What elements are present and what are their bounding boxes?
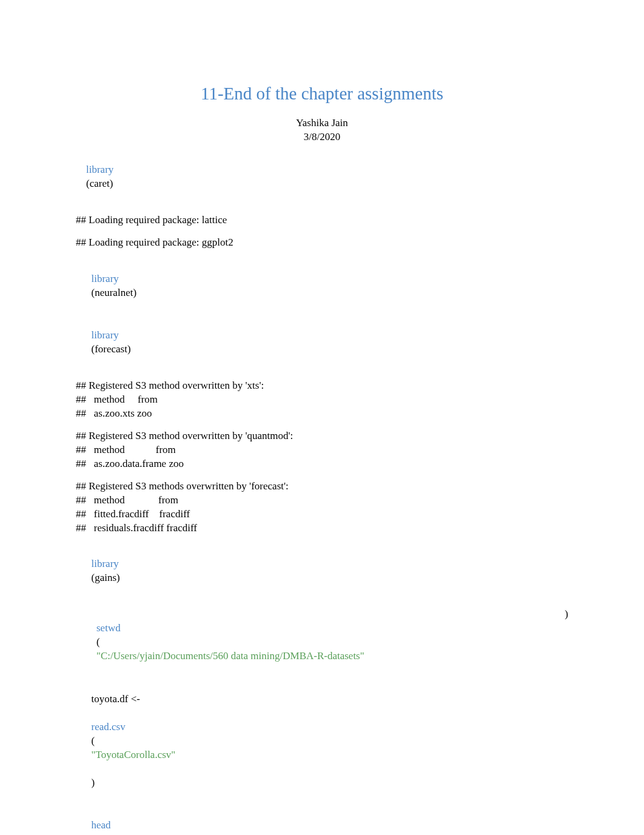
output-block: ## Registered S3 method overwritten by '…: [76, 379, 568, 421]
code-line: library (gains): [76, 544, 568, 600]
pkg-gains: (gains): [92, 572, 120, 583]
author-name: Yashika Jain: [76, 116, 568, 130]
output-block: ## Loading required package: lattice: [76, 213, 568, 227]
output-line: ## method from: [76, 393, 568, 407]
code-line: library (forecast): [76, 315, 568, 371]
fn-readcsv: read.csv: [92, 721, 126, 733]
paren-open: (: [96, 636, 100, 648]
document-page: 11-End of the chapter assignments Yashik…: [0, 0, 644, 835]
output-line: ## Loading required package: ggplot2: [76, 236, 568, 250]
output-line: ## fitted.fracdiff fracdiff: [76, 508, 568, 521]
pkg-forecast: (forecast): [92, 343, 131, 355]
string-file: "ToyotaCorolla.csv": [92, 749, 176, 760]
output-line: ## residuals.fracdiff fracdiff: [76, 521, 568, 535]
code-line-setwd: setwd ( "C:/Users/yjain/Documents/560 da…: [76, 608, 568, 677]
output-line: ## as.zoo.data.frame zoo: [76, 457, 568, 471]
paren-open: (: [92, 735, 95, 746]
string-path: "C:/Users/yjain/Documents/560 data minin…: [96, 650, 364, 662]
output-line: ## Registered S3 method overwritten by '…: [76, 379, 568, 393]
document-date: 3/8/2020: [76, 130, 568, 144]
code-line-head: head (toyota.df): [76, 805, 568, 835]
pkg-neuralnet: (neuralnet): [92, 287, 137, 298]
code-block: library (gains): [76, 544, 568, 600]
output-line: ## Loading required package: lattice: [76, 213, 568, 227]
fn-library: library: [86, 164, 113, 175]
fn-head: head: [92, 819, 111, 831]
fn-library: library: [92, 558, 119, 569]
output-block: ## Registered S3 methods overwritten by …: [76, 480, 568, 535]
code-block: library (neuralnet) library (forecast): [76, 258, 568, 371]
fn-setwd: setwd: [96, 622, 121, 634]
output-line: ## method from: [76, 443, 568, 457]
fn-library: library: [92, 273, 119, 284]
page-title: 11-End of the chapter assignments: [76, 82, 568, 106]
code-line-readcsv: toyota.df <- read.csv ( "ToyotaCorolla.c…: [76, 679, 568, 803]
output-line: ## Registered S3 methods overwritten by …: [76, 480, 568, 494]
output-line: ## as.zoo.xts zoo: [76, 407, 568, 421]
paren-close: ): [92, 777, 95, 788]
output-block: ## Registered S3 method overwritten by '…: [76, 429, 568, 471]
output-block: ## Loading required package: ggplot2: [76, 236, 568, 250]
output-line: ## Registered S3 method overwritten by '…: [76, 429, 568, 443]
fn-library: library: [92, 329, 119, 341]
toyota-assign: toyota.df <-: [92, 693, 140, 705]
code-line: library (neuralnet): [76, 258, 568, 314]
code-line: library (caret): [76, 149, 568, 205]
pkg-caret: (caret): [86, 178, 113, 189]
code-block: setwd ( "C:/Users/yjain/Documents/560 da…: [76, 608, 568, 835]
output-line: ## method from: [76, 494, 568, 508]
paren-close: ): [565, 608, 568, 677]
